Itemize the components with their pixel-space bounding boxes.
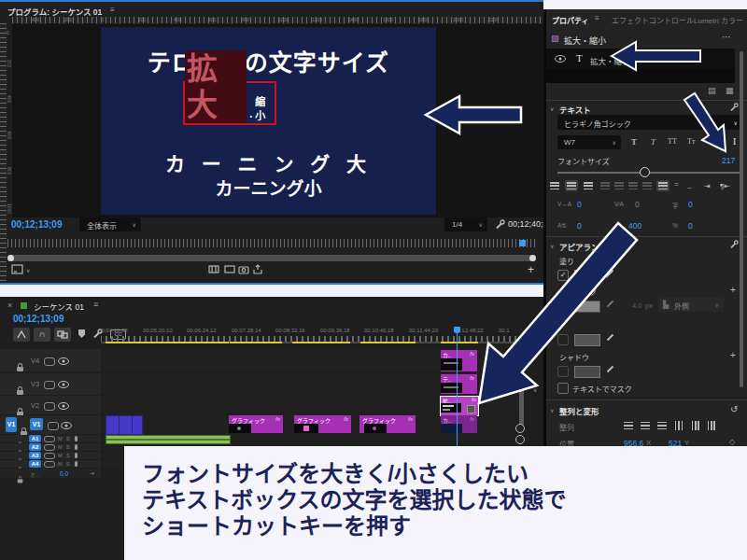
program-playhead[interactable] — [519, 240, 526, 246]
background-color-swatch[interactable] — [574, 334, 600, 346]
timeline-tab[interactable]: シーケンス 01 — [34, 301, 84, 312]
graphic-clip[interactable]: テ.. fx — [441, 374, 477, 394]
scrollbar-handle-right[interactable] — [529, 255, 536, 261]
program-tab[interactable]: プログラム: シーケンス 01 — [7, 6, 102, 17]
zoom-handle-bottom[interactable] — [515, 435, 525, 444]
snap-magnet-button[interactable]: ∩ — [34, 328, 50, 342]
target-track-icon[interactable] — [44, 461, 55, 468]
program-panel-menu-icon[interactable]: ≡ — [110, 5, 115, 14]
justify-all-button[interactable] — [642, 182, 652, 189]
stroke-checkbox[interactable] — [557, 301, 569, 312]
stroke-width-value[interactable]: 4.0 — [632, 301, 641, 310]
mic-icon[interactable] — [75, 444, 78, 450]
baseline-shift-value[interactable]: 0 — [577, 221, 582, 231]
mic-icon[interactable] — [75, 436, 78, 441]
export-frame-camera-icon[interactable] — [238, 264, 249, 274]
shadow-color-swatch[interactable] — [574, 366, 600, 378]
settings-wrench-icon[interactable] — [495, 219, 505, 230]
new-layer-icon[interactable]: ▤ — [708, 86, 716, 95]
keyframe-nav-icon[interactable]: ⇥ — [90, 469, 94, 476]
small-caps-button[interactable]: Tт — [687, 137, 695, 146]
track-header-v4[interactable]: V4 — [0, 349, 101, 371]
track-header-a2[interactable]: A2 M S — [0, 443, 101, 451]
font-family-dropdown[interactable]: ヒラギノ角ゴシック ∨ — [557, 115, 742, 130]
eye-icon[interactable] — [58, 402, 69, 410]
track-target-a1[interactable]: A1 — [29, 435, 41, 442]
playback-resolution-dropdown[interactable]: 1/4 ∨ — [444, 217, 487, 231]
justify-last-center-button[interactable] — [614, 182, 624, 189]
graphic-clip[interactable]: カ.. fx — [441, 415, 477, 433]
scale-value[interactable]: 0 — [688, 221, 693, 231]
eye-icon[interactable] — [58, 357, 69, 365]
track-header-a4[interactable]: A4 M S — [0, 460, 101, 468]
panel-scrollbar[interactable] — [740, 51, 743, 387]
video-clip[interactable] — [132, 415, 143, 435]
track-header-v1[interactable]: V1 V1 — [0, 415, 101, 434]
timeline-scrollbar[interactable] — [519, 348, 524, 432]
underline-button[interactable]: I — [733, 136, 736, 147]
program-scrollbar[interactable] — [7, 255, 536, 261]
font-size-slider[interactable] — [557, 172, 742, 174]
track-target-a2[interactable]: A2 — [29, 443, 41, 451]
extract-icon[interactable] — [224, 264, 235, 274]
video-clip[interactable] — [106, 415, 120, 435]
graphic-clip[interactable]: カ.. fx — [441, 350, 477, 371]
tab-effect-controls[interactable]: エフェクトコントロール — [612, 15, 694, 25]
add-marker-button[interactable] — [78, 329, 85, 338]
align-objects-bottom-button[interactable] — [707, 422, 716, 429]
mic-icon[interactable] — [75, 461, 78, 467]
all-caps-button[interactable]: TT — [668, 137, 677, 146]
chevron-down-icon[interactable]: ∨ — [533, 386, 537, 393]
program-seek-ruler[interactable] — [7, 239, 536, 247]
playhead-line[interactable] — [457, 332, 458, 446]
mute-button[interactable]: M — [58, 444, 63, 450]
font-style-dropdown[interactable]: W7 ∨ — [557, 135, 621, 149]
solo-button[interactable]: S — [66, 444, 70, 450]
track-header-v3[interactable]: V3 — [0, 373, 101, 395]
justify-last-right-button[interactable] — [628, 182, 638, 189]
program-timecode[interactable]: 00;12;13;09 — [11, 219, 62, 230]
add-shadow-button[interactable]: + — [730, 350, 736, 360]
close-tab-icon[interactable]: × — [7, 301, 12, 310]
graphic-clip[interactable]: グラフィック fx — [359, 415, 416, 433]
align-center-button[interactable] — [565, 180, 578, 191]
tsume-value[interactable]: 0 — [688, 200, 693, 209]
target-track-icon[interactable] — [44, 436, 55, 442]
add-button[interactable]: + — [528, 263, 534, 276]
target-track-icon[interactable] — [44, 402, 55, 411]
chevron-down-icon[interactable]: ∨ — [550, 105, 554, 112]
justify-last-left-button[interactable] — [600, 182, 610, 189]
position-keyframe-icon[interactable]: ◇ — [729, 438, 735, 446]
mute-button[interactable]: M — [58, 436, 63, 441]
vertical-align-bottom-button[interactable]: _ — [687, 180, 691, 189]
graphic-clip[interactable]: グラフィック fx — [294, 415, 351, 433]
track-header-a1[interactable]: A1 M S — [0, 435, 101, 442]
leading-value[interactable]: 400 — [628, 221, 641, 231]
mic-icon[interactable] — [75, 453, 78, 458]
more-options-icon[interactable]: ⋯ — [722, 32, 731, 42]
track-target-a4[interactable]: A4 — [29, 460, 41, 468]
fill-eyedropper-icon[interactable] — [605, 269, 614, 279]
new-group-icon[interactable]: ▦ — [726, 86, 734, 95]
solo-button[interactable]: S — [66, 461, 70, 467]
vertical-align-top-button[interactable] — [656, 180, 669, 191]
text-direction-horizontal-icon[interactable]: ⇥ — [704, 182, 711, 190]
superscript-button[interactable]: T¹ — [707, 137, 713, 146]
track-target-a3[interactable]: A3 — [29, 452, 41, 459]
lock-icon[interactable] — [17, 367, 23, 371]
insert-overwrite-button[interactable] — [13, 328, 30, 342]
solo-button[interactable]: S — [66, 453, 70, 458]
track-target-v1[interactable]: V1 — [30, 418, 43, 430]
fill-checkbox[interactable]: ✓ — [557, 270, 569, 281]
stroke-color-swatch[interactable] — [574, 301, 600, 313]
faux-bold-button[interactable]: T — [631, 137, 637, 147]
text-direction-vertical-icon[interactable]: ¶⇤ — [720, 182, 730, 190]
mute-button[interactable]: M — [58, 453, 63, 458]
scrollbar-handle-left[interactable] — [7, 255, 14, 261]
font-size-value[interactable]: 217 — [722, 156, 735, 165]
chevron-down-icon[interactable]: ∨ — [550, 407, 554, 413]
vertical-align-center-button[interactable]: = — [674, 180, 679, 189]
lift-icon[interactable] — [208, 264, 219, 274]
font-size-slider-knob[interactable] — [640, 167, 650, 177]
timeline-timecode[interactable]: 00;12;13;09 — [13, 314, 63, 324]
